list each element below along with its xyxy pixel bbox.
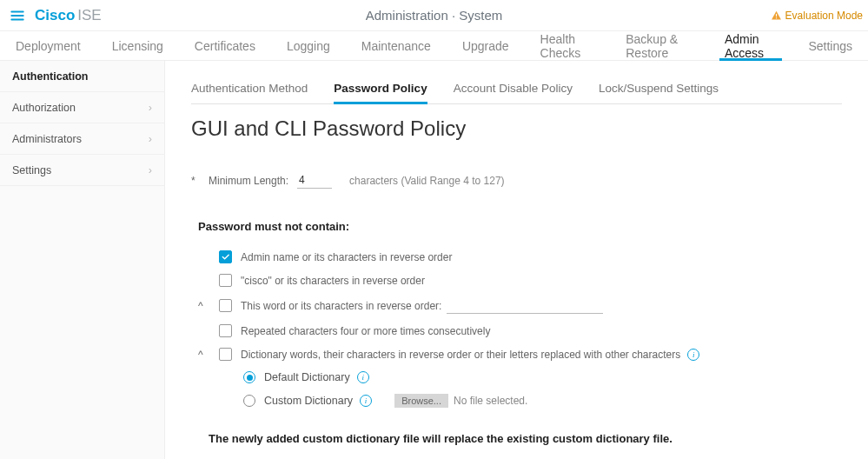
checkbox-cisco-label: "cisco" or its characters in reverse ord…: [241, 275, 425, 287]
radio-default-dictionary[interactable]: [243, 371, 255, 383]
row-dictionary: ^ Dictionary words, their characters in …: [198, 343, 842, 366]
sidebar-item-label: Settings: [12, 164, 51, 176]
row-this-word: ^ This word or its characters in reverse…: [198, 292, 842, 319]
svg-rect-1: [776, 17, 777, 18]
sub-tabs: Authentication Method Password Policy Ac…: [191, 76, 842, 104]
minimum-length-hint: characters (Valid Range 4 to 127): [349, 175, 505, 187]
subtab-lock-suspend-settings[interactable]: Lock/Suspend Settings: [599, 76, 719, 103]
sidebar: Authentication Authorization › Administr…: [0, 61, 165, 459]
radio-custom-dictionary-label: Custom Dictionary: [264, 395, 353, 407]
row-repeated: Repeated characters four or more times c…: [198, 319, 842, 343]
page-title: GUI and CLI Password Policy: [191, 116, 842, 141]
tab-maintenance[interactable]: Maintenance: [346, 31, 447, 60]
subtab-password-policy[interactable]: Password Policy: [334, 76, 427, 103]
required-marker: *: [191, 175, 209, 187]
tab-logging[interactable]: Logging: [271, 31, 346, 60]
brand-ise: ISE: [77, 7, 101, 23]
chevron-right-icon: ›: [149, 102, 152, 114]
checkbox-cisco[interactable]: [219, 274, 232, 287]
tab-admin-access[interactable]: Admin Access: [709, 31, 793, 60]
sidebar-item-label: Authorization: [12, 102, 76, 114]
sidebar-item-authorization[interactable]: Authorization ›: [0, 92, 164, 123]
tab-settings[interactable]: Settings: [792, 31, 868, 60]
row-default-dictionary: Default Dictionary i: [243, 366, 842, 389]
tab-upgrade[interactable]: Upgrade: [447, 31, 525, 60]
minimum-length-input[interactable]: [297, 172, 332, 189]
section-must-not-contain: Password must not contain:: [198, 220, 842, 233]
dictionary-replace-note: The newly added custom dictionary file w…: [209, 432, 842, 445]
checkbox-dictionary[interactable]: [219, 348, 232, 361]
sidebar-item-administrators[interactable]: Administrators ›: [0, 123, 164, 155]
checkbox-dictionary-label: Dictionary words, their characters in re…: [241, 349, 680, 361]
info-icon[interactable]: i: [360, 395, 372, 407]
checkbox-this-word[interactable]: [219, 299, 232, 312]
tab-health-checks[interactable]: Health Checks: [525, 31, 611, 60]
row-minimum-length: * Minimum Length: characters (Valid Rang…: [191, 172, 842, 189]
tab-licensing[interactable]: Licensing: [96, 31, 179, 60]
brand-cisco: Cisco: [35, 7, 75, 23]
checkbox-repeated[interactable]: [219, 324, 232, 337]
checkbox-this-word-label: This word or its characters in reverse o…: [241, 300, 441, 312]
chevron-right-icon: ›: [149, 164, 152, 176]
sidebar-item-settings[interactable]: Settings ›: [0, 155, 164, 186]
sidebar-item-label: Administrators: [12, 133, 82, 145]
evaluation-mode-label: Evaluation Mode: [785, 10, 863, 22]
chevron-right-icon: ›: [149, 133, 152, 145]
sidebar-item-label: Authentication: [12, 70, 89, 83]
menu-icon[interactable]: [0, 8, 35, 23]
file-status: No file selected.: [454, 395, 527, 407]
row-admin-name: Admin name or its characters in reverse …: [198, 245, 842, 269]
radio-custom-dictionary[interactable]: [243, 395, 255, 407]
radio-default-dictionary-label: Default Dictionary: [264, 371, 350, 383]
breadcrumb: Administration · System: [366, 8, 503, 23]
info-icon[interactable]: i: [687, 349, 699, 361]
warning-icon: [771, 10, 782, 21]
checkbox-admin-name-label: Admin name or its characters in reverse …: [241, 251, 452, 263]
sidebar-item-authentication[interactable]: Authentication: [0, 61, 164, 92]
row-cisco: "cisco" or its characters in reverse ord…: [198, 269, 842, 292]
checkbox-repeated-label: Repeated characters four or more times c…: [241, 325, 490, 337]
content: Authentication Method Password Policy Ac…: [165, 61, 868, 459]
caret-marker: ^: [198, 300, 219, 312]
subtab-account-disable-policy[interactable]: Account Disable Policy: [454, 76, 573, 103]
evaluation-mode-badge[interactable]: Evaluation Mode: [771, 10, 863, 22]
tab-deployment[interactable]: Deployment: [0, 31, 96, 60]
svg-rect-0: [776, 14, 777, 17]
tab-backup-restore[interactable]: Backup & Restore: [610, 31, 709, 60]
minimum-length-label: Minimum Length:: [209, 175, 288, 187]
browse-button[interactable]: Browse...: [394, 394, 448, 408]
caret-marker: ^: [198, 349, 219, 361]
info-icon[interactable]: i: [357, 371, 369, 383]
checkbox-admin-name[interactable]: [219, 250, 232, 263]
main-tabs: Deployment Licensing Certificates Loggin…: [0, 31, 868, 61]
this-word-input[interactable]: [447, 297, 603, 314]
brand: CiscoISE: [35, 7, 102, 24]
subtab-authentication-method[interactable]: Authentication Method: [191, 76, 308, 103]
tab-certificates[interactable]: Certificates: [179, 31, 271, 60]
row-custom-dictionary: Custom Dictionary i Browse... No file se…: [243, 389, 842, 413]
